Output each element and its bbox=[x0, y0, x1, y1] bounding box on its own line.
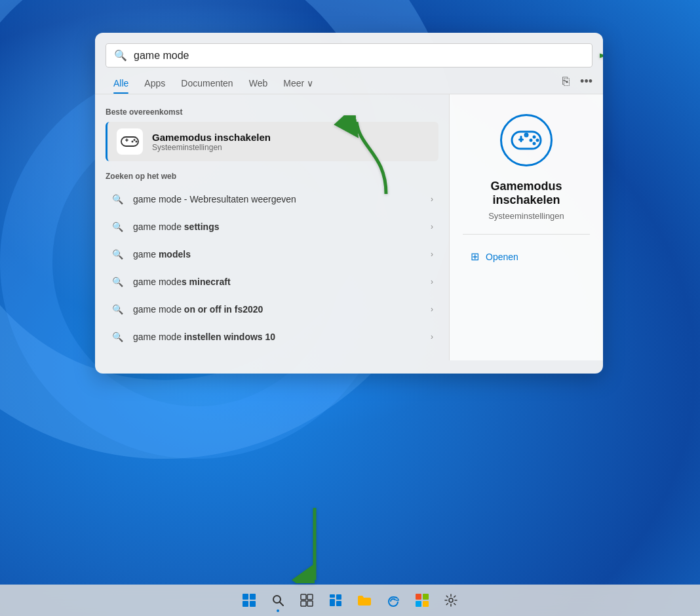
search-panel: 🔍 Alle Apps Documenten Web Meer ∨ ⎘ ••• … bbox=[95, 33, 603, 374]
arrow-to-taskbar bbox=[288, 505, 341, 583]
svg-point-11 bbox=[533, 136, 536, 139]
chevron-right-icon-2: › bbox=[431, 250, 433, 259]
svg-rect-27 bbox=[301, 594, 306, 600]
more-icon[interactable]: ••• bbox=[580, 75, 593, 88]
web-item-2[interactable]: 🔍 game models › bbox=[106, 241, 438, 267]
widgets-button[interactable] bbox=[322, 587, 349, 613]
search-icon-1: 🔍 bbox=[111, 220, 124, 233]
svg-rect-34 bbox=[336, 601, 341, 606]
web-item-text-1: game mode settings bbox=[133, 221, 431, 232]
svg-rect-30 bbox=[307, 601, 313, 606]
web-search-label: Zoeken op het web bbox=[106, 172, 438, 181]
best-match-label: Beste overeenkomst bbox=[106, 107, 438, 117]
svg-rect-21 bbox=[243, 594, 248, 600]
svg-rect-6 bbox=[126, 138, 128, 142]
web-item-3[interactable]: 🔍 game modes minecraft › bbox=[106, 269, 438, 295]
chevron-right-icon-1: › bbox=[431, 222, 433, 231]
svg-point-4 bbox=[134, 139, 136, 141]
detail-title: Gamemodus inschakelen bbox=[463, 180, 590, 207]
edge-button[interactable] bbox=[380, 587, 406, 613]
svg-point-39 bbox=[449, 598, 453, 602]
best-match-texts: Gamemodus inschakelen Systeeminstellinge… bbox=[152, 132, 271, 152]
open-button[interactable]: ⊞ Openen bbox=[463, 245, 526, 268]
web-item-text-3: game modes minecraft bbox=[133, 277, 431, 287]
tab-documenten[interactable]: Documenten bbox=[173, 74, 241, 94]
tabs: Alle Apps Documenten Web Meer ∨ ⎘ ••• bbox=[95, 67, 603, 94]
tab-meer[interactable]: Meer ∨ bbox=[275, 74, 321, 94]
svg-rect-32 bbox=[336, 594, 341, 600]
web-item-text-4: game mode on or off in fs2020 bbox=[133, 304, 431, 315]
chevron-right-icon-0: › bbox=[431, 195, 433, 204]
web-item-text-5: game mode instellen windows 10 bbox=[133, 332, 431, 342]
web-item-5[interactable]: 🔍 game mode instellen windows 10 › bbox=[106, 324, 438, 350]
svg-rect-29 bbox=[301, 601, 306, 606]
tab-alle[interactable]: Alle bbox=[106, 74, 136, 94]
search-icon: 🔍 bbox=[114, 49, 127, 62]
svg-rect-28 bbox=[307, 594, 313, 600]
tabs-right-actions: ⎘ ••• bbox=[562, 75, 593, 94]
web-item-0[interactable]: 🔍 game mode - Webresultaten weergeven › bbox=[106, 186, 438, 212]
web-item-text-0: game mode - Webresultaten weergeven bbox=[133, 194, 431, 204]
detail-subtitle: Systeeminstellingen bbox=[488, 211, 564, 221]
best-match-subtitle: Systeeminstellingen bbox=[152, 143, 271, 152]
best-match-title: Gamemodus inschakelen bbox=[152, 132, 271, 143]
web-item-text-2: game models bbox=[133, 249, 431, 260]
search-bar[interactable]: 🔍 bbox=[106, 43, 593, 67]
open-label: Openen bbox=[486, 252, 518, 262]
main-content: Beste overeenkomst bbox=[95, 94, 603, 360]
open-icon: ⊞ bbox=[471, 250, 479, 263]
tab-web[interactable]: Web bbox=[241, 74, 276, 94]
search-taskbar-button[interactable] bbox=[265, 587, 291, 613]
detail-divider bbox=[463, 234, 590, 235]
svg-point-7 bbox=[136, 141, 138, 143]
store-button[interactable] bbox=[409, 587, 435, 613]
task-view-button[interactable] bbox=[294, 587, 320, 613]
right-panel: Gamemodus inschakelen Systeeminstellinge… bbox=[449, 94, 603, 360]
svg-rect-37 bbox=[416, 601, 421, 607]
svg-point-12 bbox=[533, 142, 536, 145]
svg-rect-36 bbox=[423, 594, 429, 600]
detail-icon bbox=[500, 114, 553, 166]
svg-rect-23 bbox=[243, 601, 248, 607]
file-explorer-button[interactable] bbox=[351, 587, 378, 613]
search-icon-4: 🔍 bbox=[111, 303, 124, 316]
svg-point-10 bbox=[530, 139, 533, 142]
arrow-to-search bbox=[600, 38, 603, 74]
best-match-item[interactable]: Gamemodus inschakelen Systeeminstellinge… bbox=[106, 122, 438, 161]
search-input[interactable] bbox=[134, 50, 584, 62]
svg-rect-35 bbox=[416, 594, 421, 600]
share-icon[interactable]: ⎘ bbox=[562, 75, 570, 88]
search-icon-5: 🔍 bbox=[111, 330, 124, 343]
chevron-right-icon-4: › bbox=[431, 305, 433, 314]
svg-line-26 bbox=[280, 602, 283, 606]
game-mode-icon bbox=[117, 128, 143, 155]
search-icon-0: 🔍 bbox=[111, 193, 124, 206]
svg-point-13 bbox=[536, 139, 539, 142]
chevron-right-icon-5: › bbox=[431, 332, 433, 341]
taskbar bbox=[0, 585, 700, 616]
svg-rect-22 bbox=[250, 594, 256, 600]
web-item-4[interactable]: 🔍 game mode on or off in fs2020 › bbox=[106, 296, 438, 322]
settings-button[interactable] bbox=[438, 587, 464, 613]
svg-rect-33 bbox=[330, 599, 335, 606]
svg-rect-15 bbox=[520, 136, 522, 142]
left-panel: Beste overeenkomst bbox=[95, 94, 449, 360]
web-search-items: 🔍 game mode - Webresultaten weergeven › … bbox=[106, 186, 438, 350]
svg-point-3 bbox=[132, 141, 134, 143]
start-button[interactable] bbox=[236, 587, 262, 613]
chevron-right-icon-3: › bbox=[431, 277, 433, 286]
svg-rect-24 bbox=[250, 601, 256, 607]
search-icon-2: 🔍 bbox=[111, 248, 124, 261]
tab-apps[interactable]: Apps bbox=[136, 74, 173, 94]
svg-rect-31 bbox=[330, 594, 335, 598]
web-item-1[interactable]: 🔍 game mode settings › bbox=[106, 214, 438, 240]
search-icon-3: 🔍 bbox=[111, 275, 124, 288]
svg-rect-38 bbox=[423, 601, 429, 607]
